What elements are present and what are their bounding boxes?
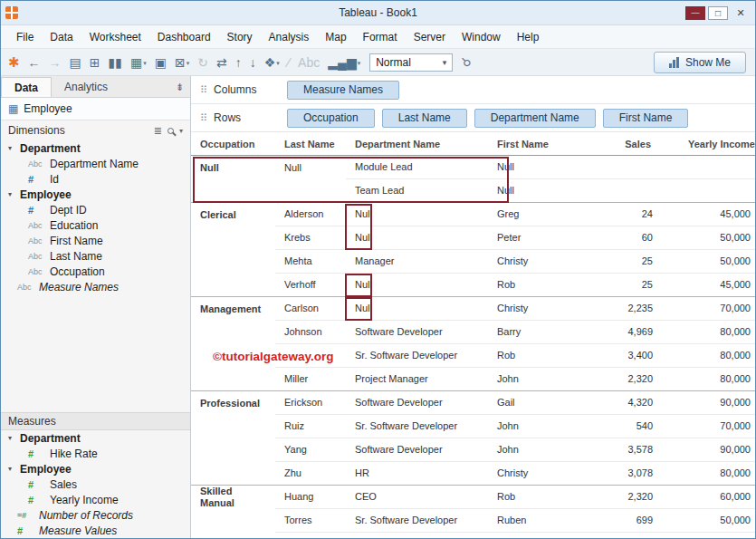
cell-yearly-income[interactable]: 90,000 xyxy=(656,391,755,415)
cell-occupation[interactable]: Professional xyxy=(191,391,275,415)
menu-item[interactable]: Map xyxy=(317,25,354,49)
cell-first-name[interactable]: Ruben xyxy=(488,509,579,533)
table-row[interactable]: Mehta Manager Christy 25 50,000 xyxy=(191,250,755,274)
table-row[interactable]: Torres Sr. Software Developer Ruben 699 … xyxy=(191,509,755,533)
cell-yearly-income[interactable]: 50,000 xyxy=(656,509,755,533)
cell-department-name[interactable]: Null xyxy=(346,297,488,321)
cell-yearly-income[interactable]: 80,000 xyxy=(656,344,755,368)
sort-descending-icon[interactable]: ↓ xyxy=(250,56,256,69)
field-item[interactable]: # Hike Rate xyxy=(1,446,190,461)
chevron-down-icon[interactable]: ▾ xyxy=(179,127,183,135)
cell-first-name[interactable]: John xyxy=(488,368,579,391)
cell-yearly-income[interactable]: 60,000 xyxy=(656,486,755,509)
refresh-icon[interactable]: ↻ xyxy=(197,56,208,69)
cell-last-name[interactable]: Yang xyxy=(275,438,346,462)
cell-department-name[interactable]: Module Lead xyxy=(346,156,488,179)
cell-department-name[interactable]: Sr. Software Developer xyxy=(346,415,488,438)
table-row[interactable]: Zhu HR Christy 3,078 80,000 xyxy=(191,462,755,486)
table-row[interactable]: Johnson Software Developer Barry 4,969 8… xyxy=(191,321,755,344)
cell-last-name[interactable]: Mehta xyxy=(275,250,346,274)
field-item[interactable]: Abc Department Name xyxy=(1,156,190,171)
field-item[interactable]: ▾ Department xyxy=(1,430,190,446)
cell-occupation[interactable] xyxy=(191,250,275,274)
cell-last-name[interactable]: Miller xyxy=(275,368,346,391)
column-header[interactable]: Sales xyxy=(579,132,656,155)
table-row[interactable]: Verhoff Null Rob 25 45,000 xyxy=(191,274,755,297)
cell-occupation[interactable] xyxy=(191,274,275,297)
cell-last-name[interactable] xyxy=(275,344,346,368)
menu-item[interactable]: Worksheet xyxy=(81,25,149,49)
datasource-item[interactable]: ▦ Employee xyxy=(1,98,190,120)
cell-occupation[interactable]: Management xyxy=(191,297,275,321)
cell-occupation[interactable]: Clerical xyxy=(191,203,275,226)
save-icon[interactable]: ▤ xyxy=(70,56,81,69)
cell-occupation[interactable] xyxy=(191,509,275,533)
cell-sales[interactable]: 3,578 xyxy=(579,438,656,462)
cell-first-name[interactable]: Christy xyxy=(488,462,579,486)
cell-sales[interactable]: 699 xyxy=(579,509,656,533)
cell-yearly-income[interactable]: 70,000 xyxy=(656,297,755,321)
cell-sales[interactable]: 3,400 xyxy=(579,344,656,368)
menu-item[interactable]: Window xyxy=(454,25,509,49)
table-row[interactable]: Sr. Software Developer Rob 3,400 80,000 xyxy=(191,344,755,368)
table-row[interactable]: Krebs Null Peter 60 50,000 xyxy=(191,226,755,250)
tab-data[interactable]: Data xyxy=(1,77,52,97)
cell-yearly-income[interactable]: 90,000 xyxy=(656,438,755,462)
cell-sales[interactable]: 4,320 xyxy=(579,391,656,415)
cell-sales[interactable]: 540 xyxy=(579,415,656,438)
cell-occupation[interactable] xyxy=(191,321,275,344)
shelf-pill[interactable]: Measure Names xyxy=(287,81,399,100)
cell-yearly-income[interactable]: 50,000 xyxy=(656,250,755,274)
field-item[interactable]: # Id xyxy=(1,171,190,187)
group-members-icon[interactable]: ❖ xyxy=(264,56,280,69)
cell-last-name[interactable]: Alderson xyxy=(275,203,346,226)
cell-department-name[interactable]: Null xyxy=(346,274,488,297)
cell-last-name[interactable]: Krebs xyxy=(275,226,346,250)
table-row[interactable]: Team Lead Null xyxy=(191,179,755,203)
field-item[interactable]: # Sales xyxy=(1,476,190,492)
fit-dropdown[interactable]: Normal ▾ xyxy=(369,53,453,72)
cell-sales[interactable] xyxy=(579,156,656,179)
cell-sales[interactable]: 25 xyxy=(579,250,656,274)
field-item[interactable]: ▾ Department xyxy=(1,140,190,156)
cell-occupation[interactable] xyxy=(191,344,275,368)
cell-last-name[interactable]: Erickson xyxy=(275,391,346,415)
table-row[interactable]: Professional Erickson Software Developer… xyxy=(191,391,755,415)
cell-first-name[interactable]: Rob xyxy=(488,344,579,368)
cell-department-name[interactable]: HR xyxy=(346,462,488,486)
view-options-icon[interactable]: ≣ xyxy=(154,125,162,137)
fix-axes-icon[interactable]: ⁄ xyxy=(288,56,290,69)
table-row[interactable]: Yang Software Developer John 3,578 90,00… xyxy=(191,438,755,462)
shelf-pill[interactable]: Department Name xyxy=(474,109,596,128)
field-item[interactable]: # Measure Values xyxy=(1,523,190,538)
cell-department-name[interactable]: Team Lead xyxy=(346,179,488,203)
cell-first-name[interactable]: Null xyxy=(488,156,579,179)
new-worksheet-icon[interactable]: ▦ xyxy=(130,56,147,69)
cell-occupation[interactable]: Skilled Manual xyxy=(191,486,275,509)
cell-sales[interactable]: 4,969 xyxy=(579,321,656,344)
column-header[interactable]: Yearly Income xyxy=(656,132,755,155)
cell-sales[interactable]: 2,320 xyxy=(579,368,656,391)
field-item[interactable]: # Dept ID xyxy=(1,202,190,217)
cell-sales[interactable]: 2,320 xyxy=(579,486,656,509)
cell-department-name[interactable]: Software Developer xyxy=(346,438,488,462)
cell-department-name[interactable]: Null xyxy=(346,203,488,226)
table-row[interactable]: Management Carlson Null Christy 2,235 70… xyxy=(191,297,755,321)
cell-first-name[interactable]: Null xyxy=(488,179,579,203)
cell-occupation[interactable] xyxy=(191,179,275,203)
cell-last-name[interactable]: Zhu xyxy=(275,462,346,486)
clear-sheet-icon[interactable]: ⊠ xyxy=(175,56,189,69)
cell-department-name[interactable]: Manager xyxy=(346,250,488,274)
field-item[interactable]: =# Number of Records xyxy=(1,507,190,523)
show-me-button[interactable]: Show Me xyxy=(654,52,746,73)
cell-first-name[interactable]: Gail xyxy=(488,391,579,415)
cell-first-name[interactable]: John xyxy=(488,438,579,462)
cell-department-name[interactable]: CEO xyxy=(346,486,488,509)
cell-sales[interactable] xyxy=(579,179,656,203)
cell-last-name[interactable]: Null xyxy=(275,156,346,179)
pin-icon[interactable]: ⚲ xyxy=(459,55,474,70)
table-row[interactable]: Ruiz Sr. Software Developer John 540 70,… xyxy=(191,415,755,438)
shelf-pill[interactable]: Occupation xyxy=(287,109,375,128)
field-item[interactable]: # Yearly Income xyxy=(1,492,190,507)
cell-last-name[interactable]: Carlson xyxy=(275,297,346,321)
